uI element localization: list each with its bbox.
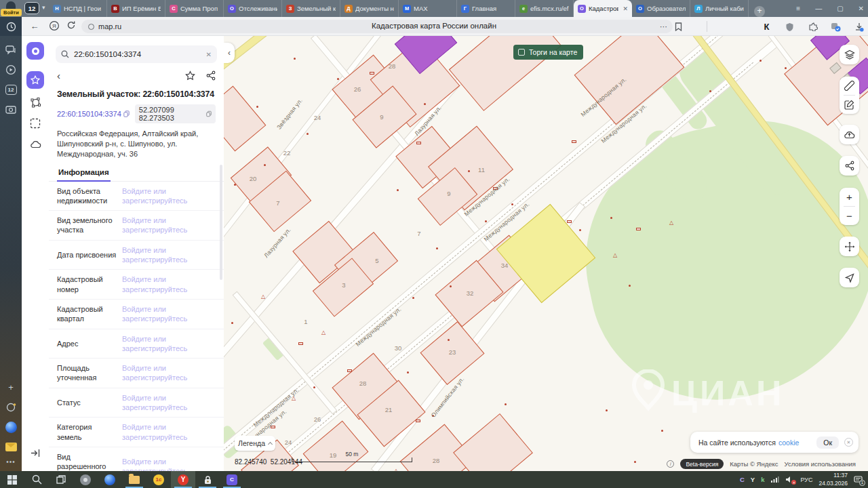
minimize-icon[interactable]: — bbox=[815, 5, 822, 12]
close-icon[interactable]: ✕ bbox=[859, 5, 864, 12]
maximize-icon[interactable]: ▢ bbox=[837, 5, 843, 12]
browser-tab[interactable]: ОКадастров✕ bbox=[574, 0, 632, 17]
login-register-link[interactable]: Войдите или зарегистрируйтесь bbox=[122, 457, 216, 471]
upload-button[interactable] bbox=[840, 125, 859, 144]
login-register-link[interactable]: Войдите или зарегистрируйтесь bbox=[122, 245, 216, 265]
tray-c-icon[interactable]: C bbox=[740, 476, 745, 483]
yandex-services-icon[interactable]: Я bbox=[49, 20, 61, 33]
cookie-ok-button[interactable]: Ок bbox=[816, 436, 839, 449]
shield-extension-icon[interactable] bbox=[784, 21, 795, 33]
panel-back-icon[interactable]: ‹ bbox=[57, 72, 60, 80]
tab-close-icon[interactable]: ✕ bbox=[623, 5, 628, 12]
zoom-out-button[interactable]: − bbox=[840, 207, 859, 225]
cadastral-map[interactable]: △△△△△△Звёздная ул.Лазурная ул.Лазурная у… bbox=[224, 36, 868, 471]
edit-icon[interactable] bbox=[840, 96, 859, 114]
legend-button[interactable]: Легенда bbox=[235, 436, 275, 451]
volume-muted-icon[interactable]: ✕ bbox=[785, 476, 794, 483]
app-icon-gray[interactable] bbox=[73, 471, 98, 488]
c-app-icon[interactable]: C bbox=[220, 471, 244, 488]
favorite-star-icon[interactable] bbox=[185, 70, 195, 81]
select-area-icon[interactable] bbox=[28, 116, 43, 131]
yandex-browser-icon[interactable]: Y bbox=[171, 471, 195, 488]
draw-polygon-icon[interactable] bbox=[28, 95, 43, 110]
trades-on-map-toggle[interactable]: Торги на карте bbox=[513, 45, 583, 60]
task-view-icon[interactable] bbox=[49, 471, 73, 488]
clear-search-icon[interactable]: ✕ bbox=[206, 51, 212, 58]
login-register-link[interactable]: Войдите или зарегистрируйтесь bbox=[122, 393, 216, 413]
browser-tab[interactable]: ННСПД | Геои bbox=[49, 0, 107, 17]
download-icon[interactable] bbox=[853, 21, 865, 33]
translator-extension-icon[interactable] bbox=[830, 21, 842, 33]
parcel[interactable] bbox=[224, 86, 266, 152]
tab-information[interactable]: Информация bbox=[57, 168, 111, 182]
tab-counter-badge[interactable]: 12 bbox=[24, 2, 39, 14]
screenshot-icon[interactable] bbox=[5, 104, 16, 114]
login-register-link[interactable]: Войдите или зарегистрируйтесь bbox=[122, 363, 216, 383]
cookie-close-icon[interactable]: ✕ bbox=[844, 438, 853, 447]
tray-k-icon[interactable]: k bbox=[761, 476, 764, 483]
chevron-down-icon[interactable]: ▾ bbox=[42, 4, 45, 11]
browser-tab[interactable]: ООтслеживани bbox=[224, 0, 282, 17]
terms-link[interactable]: Условия использования bbox=[785, 460, 856, 468]
extension-icon[interactable] bbox=[807, 21, 818, 33]
lock-app-icon[interactable] bbox=[195, 471, 220, 488]
layers-button[interactable] bbox=[840, 45, 859, 64]
map-ru-logo[interactable] bbox=[26, 42, 44, 60]
calendar-icon[interactable]: 12 bbox=[5, 85, 17, 95]
tray-clock[interactable]: 11:37 24.03.2026 bbox=[818, 472, 848, 487]
more-rail-icon[interactable]: ••• bbox=[6, 458, 16, 466]
video-icon[interactable] bbox=[5, 64, 16, 75]
share-icon[interactable] bbox=[206, 70, 216, 81]
notifications-icon[interactable]: 1 bbox=[854, 476, 863, 484]
browser-tab[interactable]: eefis.mcx.ru/ef bbox=[515, 0, 574, 17]
collapse-panel-icon[interactable] bbox=[28, 445, 43, 460]
search-value[interactable]: 22:60:150104:3374 bbox=[74, 50, 201, 58]
cadastral-number-link[interactable]: 22:60:150104:3374 bbox=[57, 110, 130, 118]
network-icon[interactable] bbox=[770, 476, 779, 483]
login-register-link[interactable]: Войдите или зарегистрируйтесь bbox=[122, 274, 216, 294]
login-badge[interactable]: Войти bbox=[1, 9, 22, 16]
language-indicator[interactable]: РУС bbox=[800, 476, 812, 483]
browser-tab[interactable]: ЛЛичный каби bbox=[690, 0, 749, 17]
taskbar-search-icon[interactable] bbox=[24, 471, 49, 488]
ruler-icon[interactable] bbox=[840, 77, 859, 95]
onec-app-icon[interactable]: 1с bbox=[146, 471, 171, 488]
browser-tab[interactable]: ВИП Ерёмин Е bbox=[107, 0, 165, 17]
chats-icon[interactable] bbox=[5, 45, 16, 55]
zoom-in-button[interactable]: + bbox=[840, 188, 859, 206]
file-explorer-icon[interactable] bbox=[122, 471, 146, 488]
browser-tab[interactable]: ГГлавная bbox=[457, 0, 515, 17]
url-text[interactable]: map.ru bbox=[98, 22, 121, 30]
copy-icon[interactable] bbox=[206, 110, 212, 117]
login-register-link[interactable]: Войдите или зарегистрируйтесь bbox=[122, 334, 216, 354]
share-map-button[interactable] bbox=[840, 156, 859, 176]
mail-icon[interactable] bbox=[5, 443, 17, 451]
coordinates-chip[interactable]: 52.207099 82.273503 bbox=[135, 104, 216, 123]
copy-icon[interactable] bbox=[123, 110, 130, 117]
panel-scrollbar[interactable] bbox=[220, 165, 222, 280]
my-location-button[interactable] bbox=[840, 268, 859, 287]
login-register-link[interactable]: Войдите или зарегистрируйтесь bbox=[122, 422, 216, 442]
app-icon-sphere[interactable] bbox=[98, 471, 122, 488]
add-panel-icon[interactable]: + bbox=[8, 382, 14, 392]
start-button[interactable] bbox=[0, 471, 24, 488]
new-tab-button[interactable]: + bbox=[754, 6, 765, 17]
login-register-link[interactable]: Войдите или зарегистрируйтесь bbox=[122, 186, 216, 206]
history-clock-icon[interactable] bbox=[0, 17, 22, 36]
login-register-link[interactable]: Войдите или зарегистрируйтесь bbox=[122, 304, 216, 324]
back-button[interactable]: ← bbox=[28, 20, 41, 33]
browser-tab[interactable]: ООбразовател bbox=[632, 0, 690, 17]
cookie-link[interactable]: cookie bbox=[778, 439, 799, 447]
cloud-icon[interactable] bbox=[28, 137, 43, 152]
site-connection-icon[interactable] bbox=[88, 24, 94, 30]
pan-mode-button[interactable] bbox=[840, 237, 859, 256]
parcel[interactable] bbox=[453, 413, 533, 471]
reload-icon[interactable] bbox=[66, 20, 79, 33]
browser-login-cluster[interactable]: Войти 12 ▾ bbox=[0, 0, 49, 17]
favorites-tool-button[interactable] bbox=[26, 71, 44, 89]
tab-menu-icon[interactable]: ≡ bbox=[796, 5, 800, 12]
browser-tab[interactable]: ССумма Проп bbox=[165, 0, 224, 17]
bookmark-icon[interactable] bbox=[673, 21, 684, 33]
copyright-link[interactable]: Карты © Яндекс bbox=[730, 460, 778, 468]
browser-tab[interactable]: ДДокументы н bbox=[340, 0, 399, 17]
